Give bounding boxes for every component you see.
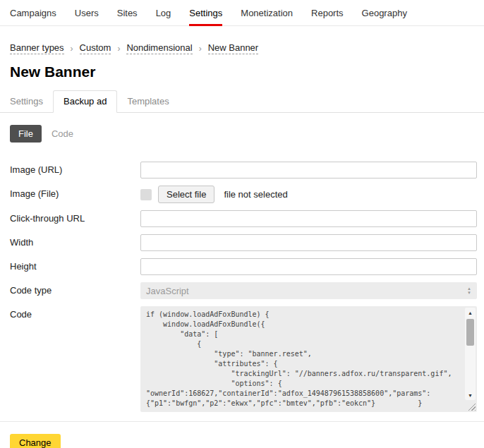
breadcrumb-separator: › bbox=[71, 44, 73, 54]
code-textarea[interactable]: if (window.loadAdFoxBundle) { window.loa… bbox=[140, 306, 477, 412]
file-toggle-button[interactable]: File bbox=[10, 125, 42, 143]
click-url-label: Click-through URL bbox=[10, 210, 140, 224]
tab-bar: Settings Backup ad Templates bbox=[0, 90, 484, 113]
scroll-down-icon[interactable]: ▼ bbox=[465, 390, 476, 400]
nav-item-monetization[interactable]: Monetization bbox=[241, 0, 293, 25]
code-toggle-button[interactable]: Code bbox=[52, 128, 73, 139]
breadcrumb-new-banner[interactable]: New Banner bbox=[208, 42, 259, 54]
tab-templates[interactable]: Templates bbox=[117, 91, 179, 112]
height-row: Height bbox=[10, 258, 484, 275]
nav-item-campaigns[interactable]: Campaigns bbox=[10, 0, 56, 25]
click-through-url-input[interactable] bbox=[140, 210, 477, 227]
tab-backup-ad[interactable]: Backup ad bbox=[53, 90, 117, 113]
breadcrumb-custom[interactable]: Custom bbox=[80, 42, 111, 54]
image-url-input[interactable] bbox=[140, 162, 477, 178]
backup-ad-form: Image (URL) Image (File) Select file fil… bbox=[0, 162, 484, 412]
nav-item-geography[interactable]: Geography bbox=[362, 0, 407, 25]
page-title: New Banner bbox=[10, 63, 484, 80]
image-url-row: Image (URL) bbox=[10, 162, 484, 178]
code-type-label: Code type bbox=[10, 282, 140, 296]
breadcrumb-nondimensional[interactable]: Nondimensional bbox=[126, 42, 192, 54]
breadcrumb-separator: › bbox=[199, 44, 202, 54]
code-content: if (window.loadAdFoxBundle) { window.loa… bbox=[140, 306, 477, 412]
footer-divider bbox=[0, 421, 484, 422]
breadcrumb-separator: › bbox=[117, 44, 120, 54]
height-label: Height bbox=[10, 258, 140, 272]
image-file-checkbox[interactable] bbox=[140, 189, 152, 200]
click-url-row: Click-through URL bbox=[10, 210, 484, 227]
nav-item-users[interactable]: Users bbox=[75, 0, 99, 25]
select-file-button[interactable]: Select file bbox=[158, 186, 214, 203]
top-nav: Campaigns Users Sites Log Settings Monet… bbox=[0, 0, 484, 26]
image-file-label: Image (File) bbox=[10, 186, 140, 199]
width-row: Width bbox=[10, 234, 484, 251]
image-url-label: Image (URL) bbox=[10, 162, 140, 175]
scroll-up-icon[interactable]: ▲ bbox=[465, 308, 476, 317]
nav-item-log[interactable]: Log bbox=[156, 0, 171, 25]
select-updown-icon: ▲ ▼ bbox=[467, 286, 471, 295]
breadcrumb: Banner types › Custom › Nondimensional ›… bbox=[10, 42, 484, 54]
nav-item-sites[interactable]: Sites bbox=[117, 0, 138, 25]
code-scrollbar[interactable]: ▲ ▼ bbox=[465, 308, 476, 400]
nav-item-reports[interactable]: Reports bbox=[311, 0, 344, 25]
code-type-row: Code type JavaScript ▲ ▼ bbox=[10, 282, 484, 299]
image-file-row: Image (File) Select file file not select… bbox=[10, 186, 484, 203]
file-status-text: file not selected bbox=[224, 189, 287, 200]
tab-settings[interactable]: Settings bbox=[10, 91, 53, 112]
code-label: Code bbox=[10, 306, 140, 320]
width-input[interactable] bbox=[140, 234, 477, 251]
height-input[interactable] bbox=[140, 258, 477, 275]
code-type-value: JavaScript bbox=[146, 286, 189, 296]
backup-type-toggle: File Code bbox=[10, 125, 484, 143]
code-type-select[interactable]: JavaScript ▲ ▼ bbox=[140, 282, 477, 299]
breadcrumb-banner-types[interactable]: Banner types bbox=[10, 42, 64, 54]
width-label: Width bbox=[10, 234, 140, 248]
nav-item-settings[interactable]: Settings bbox=[189, 0, 222, 25]
code-row: Code if (window.loadAdFoxBundle) { windo… bbox=[10, 306, 484, 412]
change-button[interactable]: Change bbox=[10, 434, 61, 448]
scrollbar-thumb[interactable] bbox=[466, 319, 474, 346]
